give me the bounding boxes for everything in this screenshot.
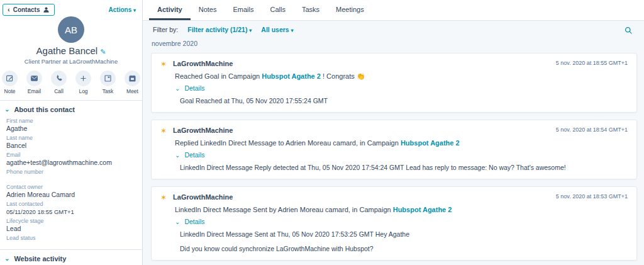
details-label: Details [184,151,204,159]
field-value[interactable]: 05/11/2020 18:55 GMT+1 [6,208,137,216]
contact-name-row: Agathe Bancel✎ [0,45,142,56]
quick-action-task[interactable]: Task [99,70,117,94]
card-body: LinkedIn Direct Message Sent by Adrien M… [175,205,628,214]
contact-fields: First name Agathe Last name Bancel Email… [0,116,142,248]
actions-dropdown[interactable]: Actions ▾ [109,6,136,13]
body-text: ! Congrats 👏 [321,72,365,80]
chevron-down-icon: ▾ [291,28,294,33]
tab-calls[interactable]: Calls [262,0,294,20]
card-source: LaGrowthMachine [173,59,233,69]
chevron-down-icon: ⌄ [175,152,180,159]
edit-name-icon[interactable]: ✎ [100,48,106,55]
field-lifecycle-stage: Lifecycle stage Lead [6,218,137,233]
contact-profile: AB Agathe Bancel✎ Client Partner at LaGr… [0,16,142,65]
quick-action-label: Email [26,88,43,94]
contact-person-icon [43,6,50,13]
field-first-name: First name Agathe [6,118,137,133]
tab-activity[interactable]: Activity [149,0,191,20]
campaign-link[interactable]: Hubspot Agathe 2 [401,139,460,147]
about-section-header[interactable]: ⌄ About this contact [0,101,142,116]
search-icon[interactable] [625,26,633,35]
field-value[interactable]: Adrien Moreau Camard [6,191,137,199]
filter-activity-label: Filter activity (1/21) [187,26,247,33]
tab-notes[interactable]: Notes [191,0,225,20]
quick-action-note[interactable]: Note [1,70,19,94]
star-icon: ✶ [160,127,167,135]
about-section-title: About this contact [14,106,75,113]
details-toggle[interactable]: ⌄ Details [175,218,628,226]
activity-card: ✶ LaGrowthMachine 5 nov. 2020 at 18:55 G… [151,53,637,113]
quick-action-label: Meet [124,88,142,94]
field-email: Email agathe+test@lagrowthmachine.com [6,152,137,167]
quick-actions-row: Note Email Call Log [0,70,142,94]
tab-emails[interactable]: Emails [225,0,262,20]
details-toggle[interactable]: ⌄ Details [175,151,628,159]
chevron-down-icon: ▾ [249,28,252,33]
details-label: Details [184,84,204,93]
activity-timeline: novembre 2020 ✶ LaGrowthMachine 5 nov. 2… [143,38,644,265]
plus-icon[interactable] [75,70,91,86]
calendar-icon[interactable] [125,70,140,86]
chevron-down-icon: ⌄ [4,256,9,262]
campaign-link[interactable]: Hubspot Agathe 2 [262,72,321,80]
quick-action-call[interactable]: Call [50,70,68,94]
quick-action-label: Log [75,88,92,94]
activity-main-panel: Activity Notes Emails Calls Tasks Meetin… [143,0,644,265]
field-label: Phone number [6,169,137,176]
back-button-label: Contacts [13,6,40,13]
card-timestamp: 5 nov. 2020 at 18:54 GMT+1 [556,127,628,133]
website-activity-title: Website activity [14,255,66,262]
detail-line: Goal Reached at Thu, 05 Nov 2020 17:55:2… [180,97,628,105]
field-value[interactable]: agathe+test@lagrowthmachine.com [6,159,137,167]
filter-users-label: All users [261,26,289,33]
contact-subtitle: Client Partner at LaGrowthMachine [0,58,142,65]
field-label: First name [6,118,137,125]
quick-action-label: Call [50,88,68,94]
chevron-down-icon: ▾ [133,8,136,13]
details-toggle[interactable]: ⌄ Details [175,84,628,93]
activity-tabbar: Activity Notes Emails Calls Tasks Meetin… [143,0,644,21]
note-icon[interactable] [2,70,18,86]
chevron-down-icon: ⌄ [175,86,180,92]
quick-action-log[interactable]: Log [75,70,92,94]
body-text: Reached Goal in Campaign [175,72,262,80]
filter-activity-dropdown[interactable]: Filter activity (1/21) ▾ [187,26,252,33]
body-text: LinkedIn Direct Message Sent by Adrien M… [175,206,393,213]
tab-meetings[interactable]: Meetings [328,0,372,20]
details-label: Details [184,218,204,226]
email-icon[interactable] [26,70,42,86]
detail-line: LinkedIn Direct Message Sent at Thu, 05 … [180,230,628,239]
field-label: Contact owner [6,184,137,191]
contact-name: Agathe Bancel [36,45,98,56]
tab-tasks[interactable]: Tasks [294,0,328,20]
detail-line: Did you know could synchronize LaGrowthM… [180,245,628,253]
field-label: Last contacted [6,201,137,208]
field-label: Last name [6,135,137,142]
website-activity-header[interactable]: ⌄ Website activity [0,250,142,265]
back-to-contacts-button[interactable]: ‹ Contacts [3,4,55,16]
chevron-down-icon: ⌄ [4,106,9,113]
chevron-down-icon: ⌄ [175,219,180,225]
actions-label: Actions [109,6,132,13]
field-value[interactable]: Bancel [6,142,137,150]
field-value[interactable]: Lead [6,225,137,233]
task-icon[interactable] [100,70,116,86]
card-timestamp: 5 nov. 2020 at 18:53 GMT+1 [556,193,628,200]
quick-action-meet[interactable]: Meet [124,70,142,94]
phone-icon[interactable] [51,70,67,86]
website-activity-section: ⌄ Website activity [0,249,142,265]
field-value[interactable]: Agathe [6,125,137,133]
filter-users-dropdown[interactable]: All users ▾ [261,26,293,33]
filter-bar: Filter by: Filter activity (1/21) ▾ All … [143,21,644,38]
timeline-group-header: novembre 2020 [152,40,637,47]
quick-action-email[interactable]: Email [26,70,43,94]
field-label: Lead status [6,235,137,242]
filter-by-label: Filter by: [153,26,178,33]
field-last-name: Last name Bancel [6,135,137,150]
field-value[interactable] [6,176,137,182]
field-label: Email [6,152,137,159]
star-icon: ✶ [160,194,167,201]
field-last-contacted: Last contacted 05/11/2020 18:55 GMT+1 [6,201,137,216]
field-value[interactable] [6,242,137,248]
campaign-link[interactable]: Hubspot Agathe 2 [393,206,452,213]
